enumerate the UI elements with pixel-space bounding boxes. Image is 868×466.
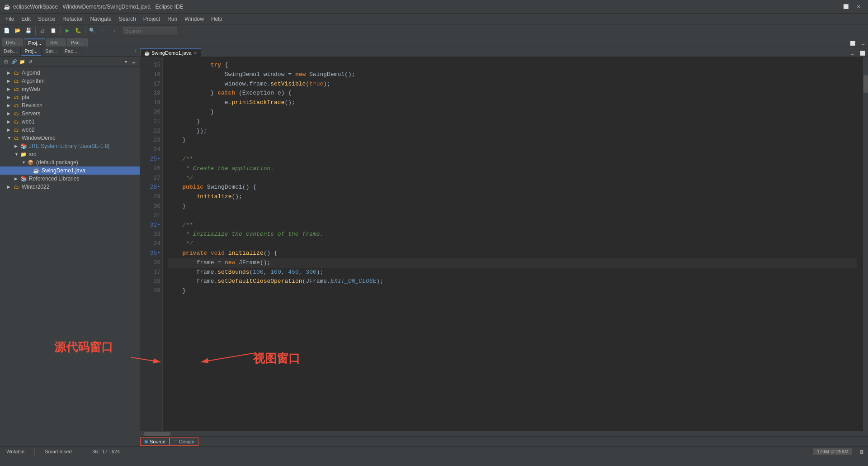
sidebar-minimize[interactable]: 🗕: [130, 57, 138, 66]
editor-tab-swingdemo[interactable]: ☕ SwingDemo1.java ✕: [140, 48, 201, 57]
tree-item-web2[interactable]: ▶ 🗂 web2: [0, 126, 140, 134]
code-line-36: frame = new JFrame();: [168, 258, 857, 268]
tree-item-pta[interactable]: ▶ 🗂 pta: [0, 93, 140, 101]
tree-item-windowdemo[interactable]: ▼ 🗂 WindowDemo: [0, 134, 140, 142]
vertical-scrollbar[interactable]: [863, 57, 868, 431]
toolbar-sep3: [85, 27, 85, 35]
code-line-32: /**: [168, 221, 857, 230]
line-num: 19: [142, 98, 160, 108]
code-line-20: }: [168, 108, 857, 117]
menu-source[interactable]: Source: [34, 15, 59, 23]
sidebar-tab-project[interactable]: Proj...: [21, 47, 42, 56]
menu-file[interactable]: File: [2, 15, 18, 23]
menu-refactor[interactable]: Refactor: [59, 15, 86, 23]
toolbar-sep4: [121, 27, 121, 35]
tree-item-winter2022[interactable]: ▶ 🗂 Winter2022: [0, 183, 140, 191]
sidebar-menu-btn[interactable]: ⋮: [131, 47, 140, 56]
line-num: 26: [142, 164, 160, 174]
code-line-35: private void initialize() {: [168, 249, 857, 258]
project-icon: 🗂: [13, 134, 20, 142]
tree-item-default-package[interactable]: ▼ 📦 (default package): [0, 158, 140, 166]
tree-item-revision[interactable]: ▶ 🗂 Revision: [0, 101, 140, 109]
menu-help[interactable]: Help: [208, 15, 226, 23]
menu-run[interactable]: Run: [164, 15, 181, 23]
toolbar-save[interactable]: 💾: [24, 26, 33, 36]
toolbar-back[interactable]: ←: [98, 26, 108, 36]
line-numbers: 15 16 17 18 19 20 21 22 23 24 25• 26 27 …: [140, 57, 163, 431]
sidebar-view-menu[interactable]: ▾: [122, 57, 130, 66]
menu-search[interactable]: Search: [115, 15, 140, 23]
tree-item-src[interactable]: ▼ 📁 src: [0, 150, 140, 158]
tree-item-web1[interactable]: ▶ 🗂 web1: [0, 118, 140, 126]
code-line-27: */: [168, 174, 857, 183]
toolbar-new[interactable]: 📄: [2, 26, 12, 36]
java-file-icon: ☕: [33, 167, 40, 174]
line-num: 35•: [142, 249, 160, 258]
sidebar-refresh[interactable]: ↺: [26, 57, 34, 66]
tab-debug[interactable]: Deb...: [2, 38, 23, 47]
sidebar-tab-server[interactable]: Ser...: [42, 47, 61, 56]
code-line-21: }: [168, 117, 857, 127]
code-line-16: SwingDemo1 window = new SwingDemo1();: [168, 70, 857, 80]
editor-minimize-btn[interactable]: 🗕: [847, 50, 857, 57]
toolbar-copy[interactable]: 📋: [48, 26, 58, 36]
tab-server[interactable]: Ser...: [46, 38, 66, 47]
tree-item-swingdemo[interactable]: ☕ SwingDemo1.java: [0, 166, 140, 175]
tree-item-algomd[interactable]: ▶ 🗂 Algomd: [0, 69, 140, 77]
close-button[interactable]: ✕: [853, 2, 864, 11]
memory-icon[interactable]: 🗑: [859, 449, 864, 454]
project-icon: 🗂: [13, 94, 20, 101]
tree-item-servers[interactable]: ▶ 🗂 Servers: [0, 109, 140, 118]
menu-bar: File Edit Source Refactor Navigate Searc…: [0, 14, 868, 24]
toolbar-forward[interactable]: →: [109, 26, 119, 36]
maximize-button[interactable]: ⬜: [840, 2, 852, 11]
toolbar-print[interactable]: 🖨: [38, 26, 47, 36]
code-line-18: } catch (Exception e) {: [168, 89, 857, 98]
design-tab[interactable]: ⬚ Design: [170, 437, 198, 446]
menu-navigate[interactable]: Navigate: [86, 15, 115, 23]
tree-item-myweb[interactable]: ▶ 🗂 myWeb: [0, 85, 140, 93]
sidebar-link-editor[interactable]: 🔗: [10, 57, 18, 66]
line-num: 16: [142, 70, 160, 80]
tab-package[interactable]: Pac...: [67, 38, 88, 47]
toolbar-search[interactable]: 🔍: [87, 26, 97, 36]
minimize-button[interactable]: —: [827, 2, 839, 11]
project-icon: 🗂: [13, 86, 20, 93]
line-num: 18: [142, 89, 160, 98]
horizontal-scrollbar[interactable]: [140, 431, 868, 436]
menu-window[interactable]: Window: [181, 15, 208, 23]
toolbar-run[interactable]: ▶: [62, 26, 72, 36]
title-text: eclipseWorkSpace - WindowDemo/src/SwingD…: [13, 4, 827, 10]
line-num: 25•: [142, 155, 160, 164]
project-icon: 🗂: [13, 183, 20, 190]
code-line-15: try {: [168, 61, 857, 70]
menu-project[interactable]: Project: [140, 15, 164, 23]
sidebar-tab-debug[interactable]: Deb...: [0, 47, 21, 56]
status-position: 36 : 17 : 624: [90, 449, 123, 454]
project-icon: 🗂: [13, 126, 20, 133]
tree-item-jre[interactable]: ▶ 📚 JRE System Library [JavaSE-1.8]: [0, 142, 140, 150]
toolbar-open[interactable]: 📂: [13, 26, 23, 36]
tab-minimize-area[interactable]: 🗕: [858, 40, 868, 47]
tree-item-algorithm[interactable]: ▶ 🗂 Algorithm: [0, 77, 140, 85]
tab-close-btn[interactable]: ✕: [193, 51, 197, 56]
source-tab[interactable]: ▣ Source: [140, 437, 170, 446]
tab-project[interactable]: Proj...: [24, 38, 45, 47]
tree-item-ref-libs[interactable]: ▶ 📚 Referenced Libraries: [0, 175, 140, 183]
search-input[interactable]: [123, 27, 177, 34]
line-num: 21: [142, 117, 160, 127]
sidebar-collapse-all[interactable]: ⊟: [2, 57, 10, 66]
line-num: 15: [142, 61, 160, 70]
editor-area: ☕ SwingDemo1.java ✕ 🗕 ⬜ 15 16 17 18 19 2…: [140, 47, 868, 446]
sidebar-tab-package[interactable]: Pac...: [61, 47, 81, 56]
bottom-tabs-row: ▣ Source ⬚ Design: [140, 436, 868, 446]
toolbar-sep1: [35, 27, 36, 35]
line-num: 37: [142, 268, 160, 277]
editor-maximize-btn[interactable]: ⬜: [857, 50, 868, 57]
tab-restore[interactable]: ⬜: [847, 40, 858, 47]
menu-edit[interactable]: Edit: [18, 15, 34, 23]
toolbar-debug[interactable]: 🐛: [73, 26, 83, 36]
code-line-30: }: [168, 202, 857, 211]
code-content[interactable]: try { SwingDemo1 window = new SwingDemo1…: [163, 57, 863, 431]
sidebar-new-proj[interactable]: 📁: [18, 57, 26, 66]
